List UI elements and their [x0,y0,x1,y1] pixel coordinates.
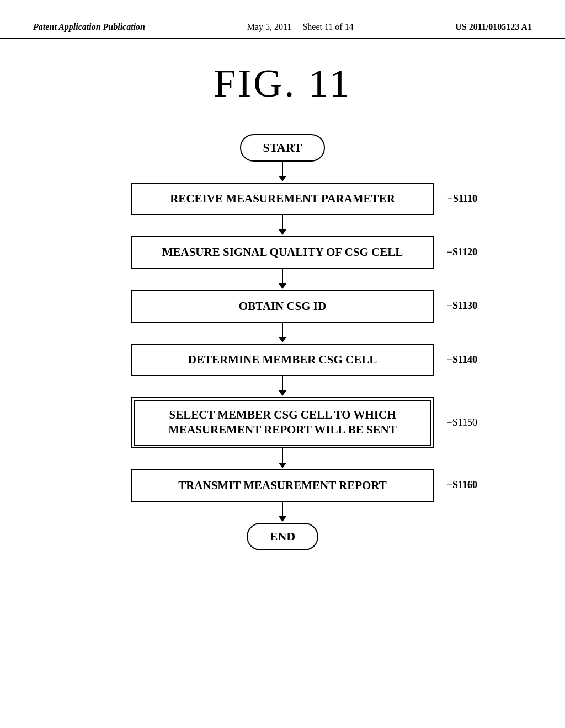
step-s1130-box: OBTAIN CSG ID −S1130 [131,290,434,323]
step-s1130-id: −S1130 [447,300,477,313]
step-s1150-box: SELECT MEMBER CSG CELL TO WHICHMEASUREME… [131,397,434,448]
arrow-connector [282,269,283,285]
arrow-connector [282,162,283,177]
patent-page: Patent Application Publication May 5, 20… [0,0,565,728]
step-s1150-inner: SELECT MEMBER CSG CELL TO WHICHMEASUREME… [134,400,431,446]
step-s1160-id: −S1160 [447,479,477,492]
sheet-info: Sheet 11 of 14 [302,22,353,31]
arrow-connector [282,448,283,464]
arrow-connector [282,502,283,517]
step-s1120-box: MEASURE SIGNAL QUALITY OF CSG CELL −S112… [131,236,434,269]
step-s1160-box: TRANSMIT MEASUREMENT REPORT −S1160 [131,469,434,502]
header-center: May 5, 2011 Sheet 11 of 14 [247,22,354,32]
step-s1110-box: RECEIVE MEASUREMENT PARAMETER −S1110 [131,183,434,215]
step-s1150-id: −S1150 [447,417,478,429]
step-s1140-id: −S1140 [447,354,477,366]
step-s1140-label: DETERMINE MEMBER CSG CELL [188,353,377,366]
arrow-connector [282,323,283,338]
patent-number: US 2011/0105123 A1 [455,22,532,32]
end-label: END [247,523,318,550]
step-s1140-box: DETERMINE MEMBER CSG CELL −S1140 [131,344,434,376]
step-s1130-label: OBTAIN CSG ID [239,299,326,313]
publication-date: May 5, 2011 [247,22,292,31]
step-s1110-id: −S1110 [447,192,477,205]
arrow-connector [282,376,283,392]
flowchart: START RECEIVE MEASUREMENT PARAMETER −S11… [0,134,565,550]
page-header: Patent Application Publication May 5, 20… [0,0,565,39]
end-oval: END [247,523,318,550]
step-s1160-label: TRANSMIT MEASUREMENT REPORT [178,479,387,492]
start-oval: START [240,134,326,162]
publication-label: Patent Application Publication [33,22,145,32]
step-s1110-label: RECEIVE MEASUREMENT PARAMETER [170,192,395,205]
start-label: START [240,134,326,162]
step-s1120-id: −S1120 [447,246,477,259]
arrow-connector [282,215,283,231]
step-s1120-label: MEASURE SIGNAL QUALITY OF CSG CELL [162,245,403,259]
figure-title: FIG. 11 [0,61,565,106]
